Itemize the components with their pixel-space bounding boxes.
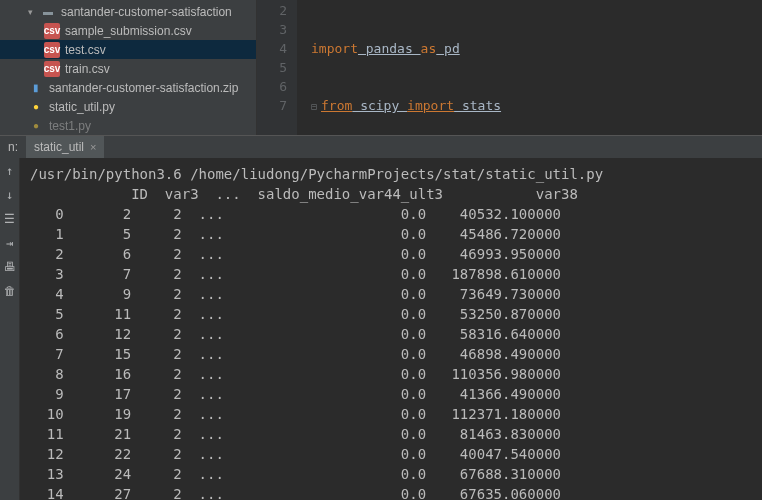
folder-icon: ▬	[40, 4, 56, 20]
line-number: 2	[257, 1, 287, 20]
file-label: sample_submission.csv	[65, 24, 192, 38]
file-label: test.csv	[65, 43, 106, 57]
code-content[interactable]: import pandas as pd ⊟from scipy import s…	[297, 0, 501, 135]
close-icon[interactable]: ×	[90, 141, 96, 153]
console-toolbar: ↑ ↓ ☰ ⇥ 🖶 🗑	[0, 158, 20, 500]
folder-label: santander-customer-satisfaction	[61, 5, 232, 19]
run-label: n:	[0, 140, 26, 154]
line-number: 4	[257, 39, 287, 58]
editor-gutter: 2 3 4 5 6 7	[257, 0, 297, 135]
console-output[interactable]: /usr/bin/python3.6 /home/liudong/Pycharm…	[20, 158, 762, 500]
fold-icon[interactable]: ⊟	[311, 97, 321, 116]
code-editor[interactable]: 2 3 4 5 6 7 import pandas as pd ⊟from sc…	[257, 0, 762, 135]
down-icon[interactable]: ↓	[3, 188, 17, 202]
tree-file-extra[interactable]: ● test1.py	[0, 116, 256, 135]
console-tab-bar: n: static_util ×	[0, 136, 762, 158]
tree-file-static-util[interactable]: ● static_util.py	[0, 97, 256, 116]
keyword: as	[421, 41, 437, 56]
console-tab[interactable]: static_util ×	[26, 136, 104, 158]
keyword: from	[321, 98, 352, 113]
project-file-tree[interactable]: ▾ ▬ santander-customer-satisfaction csv …	[0, 0, 257, 135]
python-icon: ●	[28, 118, 44, 134]
rerun-icon[interactable]: ↑	[3, 164, 17, 178]
file-label: test1.py	[49, 119, 91, 133]
tree-file-sample-submission[interactable]: csv sample_submission.csv	[0, 21, 256, 40]
tab-title: static_util	[34, 140, 84, 154]
line-number: 7	[257, 96, 287, 115]
wrap-icon[interactable]: ☰	[3, 212, 17, 226]
scroll-icon[interactable]: ⇥	[3, 236, 17, 250]
tree-file-zip[interactable]: ▮ santander-customer-satisfaction.zip	[0, 78, 256, 97]
chevron-down-icon: ▾	[28, 7, 40, 17]
tree-file-train[interactable]: csv train.csv	[0, 59, 256, 78]
tree-file-test[interactable]: csv test.csv	[0, 40, 256, 59]
print-icon[interactable]: 🖶	[3, 260, 17, 274]
csv-icon: csv	[44, 42, 60, 58]
archive-icon: ▮	[28, 80, 44, 96]
csv-icon: csv	[44, 61, 60, 77]
file-label: static_util.py	[49, 100, 115, 114]
line-number: 6	[257, 77, 287, 96]
csv-icon: csv	[44, 23, 60, 39]
keyword: import	[311, 41, 358, 56]
identifier: pandas	[358, 41, 421, 56]
identifier: scipy	[352, 98, 407, 113]
tree-folder[interactable]: ▾ ▬ santander-customer-satisfaction	[0, 2, 256, 21]
line-number: 3	[257, 20, 287, 39]
identifier: pd	[436, 41, 459, 56]
line-number: 5	[257, 58, 287, 77]
file-label: santander-customer-satisfaction.zip	[49, 81, 238, 95]
identifier: stats	[454, 98, 501, 113]
trash-icon[interactable]: 🗑	[3, 284, 17, 298]
keyword: import	[407, 98, 454, 113]
run-console: n: static_util × ↑ ↓ ☰ ⇥ 🖶 🗑 /usr/bin/py…	[0, 135, 762, 500]
file-label: train.csv	[65, 62, 110, 76]
python-icon: ●	[28, 99, 44, 115]
